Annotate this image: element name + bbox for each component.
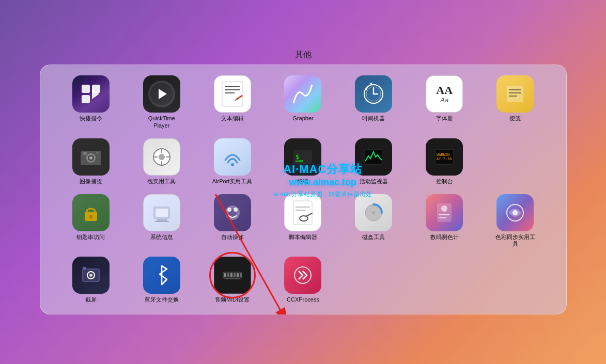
app-item[interactable]: 自动操作 xyxy=(197,194,268,247)
app-item[interactable]: 截屏 xyxy=(56,257,127,303)
main-container: 其他 快捷指令 QuickTime Player 文本编辑 Grapher 时间… xyxy=(40,50,567,314)
app-label: 蓝牙文件交换 xyxy=(145,296,179,303)
app-item[interactable]: 包实用工具 xyxy=(126,138,197,185)
svg-rect-38 xyxy=(87,209,95,214)
app-grid: 快捷指令 QuickTime Player 文本编辑 Grapher 时间机器 … xyxy=(56,75,551,303)
svg-rect-59 xyxy=(439,217,446,218)
svg-rect-72 xyxy=(234,273,236,277)
app-label: Grapher xyxy=(292,115,313,122)
app-item[interactable]: 快捷指令 xyxy=(56,75,127,129)
app-label: 数码测色计 xyxy=(430,234,459,241)
app-item[interactable]: Grapher xyxy=(268,75,338,129)
app-label: 音频MIDI设置 xyxy=(215,296,250,303)
svg-rect-44 xyxy=(154,221,169,222)
app-item[interactable]: 图像捕捉 xyxy=(56,138,127,185)
svg-rect-43 xyxy=(157,219,167,221)
svg-rect-13 xyxy=(507,86,523,102)
app-label: 包实用工具 xyxy=(147,178,176,185)
folder-window: 快捷指令 QuickTime Player 文本编辑 Grapher 时间机器 … xyxy=(40,65,567,314)
app-label: 图像捕捉 xyxy=(80,178,102,185)
app-label: 控制台 xyxy=(436,178,453,185)
svg-rect-58 xyxy=(439,214,449,215)
svg-rect-74 xyxy=(240,273,242,277)
svg-rect-75 xyxy=(225,278,240,279)
svg-rect-21 xyxy=(83,152,87,155)
svg-point-57 xyxy=(441,205,447,212)
app-label: AirPort实用工具 xyxy=(212,178,253,185)
app-label: CCXProcess xyxy=(287,296,319,303)
svg-rect-73 xyxy=(237,273,239,277)
app-item[interactable]: 音频MIDI设置 xyxy=(197,257,268,303)
app-label: 自动操作 xyxy=(221,234,244,241)
app-label: 磁盘工具 xyxy=(362,234,385,241)
svg-rect-71 xyxy=(230,273,232,277)
app-label: 时间机器 xyxy=(362,115,385,122)
app-label: 色彩同步实用工具 xyxy=(494,234,536,247)
page-title: 其他 xyxy=(295,50,312,60)
svg-line-66 xyxy=(162,266,167,269)
app-item[interactable]: $_ 终端 xyxy=(268,138,338,185)
app-item[interactable]: 文本编辑 xyxy=(197,75,268,129)
app-item[interactable]: 数码测色计 xyxy=(409,194,480,247)
app-item[interactable]: AA Aa 字体册 xyxy=(409,75,480,129)
svg-point-24 xyxy=(159,154,165,160)
svg-rect-0 xyxy=(82,85,90,93)
svg-rect-2 xyxy=(82,95,90,103)
app-label: 截屏 xyxy=(85,296,97,303)
app-item[interactable]: 蓝牙文件交换 xyxy=(126,257,197,303)
app-item[interactable]: 色彩同步实用工具 xyxy=(480,194,551,247)
app-item[interactable]: 便笺 xyxy=(480,75,551,129)
svg-point-55 xyxy=(372,211,375,214)
svg-point-64 xyxy=(89,274,92,277)
app-item[interactable]: 脚本编辑器 xyxy=(268,194,338,247)
app-label: 快捷指令 xyxy=(80,115,102,122)
svg-text:WARNIN: WARNIN xyxy=(437,153,449,157)
svg-rect-65 xyxy=(83,267,86,270)
app-item[interactable]: 时间机器 xyxy=(338,75,409,129)
app-item[interactable]: 系统信息 xyxy=(126,194,197,247)
app-label: 字体册 xyxy=(436,115,453,122)
app-item[interactable]: WARNINAY 7:36 控制台 xyxy=(409,138,480,185)
svg-rect-69 xyxy=(224,273,226,277)
app-item[interactable]: QuickTime Player xyxy=(126,75,197,129)
app-label: QuickTime Player xyxy=(141,115,182,129)
app-label: 文本编辑 xyxy=(221,115,244,122)
app-item[interactable]: CCXProcess xyxy=(268,257,338,303)
app-item[interactable]: 钥匙串访问 xyxy=(56,194,127,247)
svg-text:AY 7:36: AY 7:36 xyxy=(437,157,452,161)
svg-rect-42 xyxy=(156,209,168,217)
app-label: 系统信息 xyxy=(150,234,173,241)
app-label: 活动监视器 xyxy=(360,178,388,185)
svg-point-47 xyxy=(227,208,231,212)
svg-rect-70 xyxy=(227,273,229,277)
app-label: 终端 xyxy=(297,178,308,185)
app-item[interactable]: 活动监视器 xyxy=(338,138,409,185)
svg-point-20 xyxy=(89,156,92,160)
app-label: 钥匙串访问 xyxy=(76,234,105,241)
svg-line-67 xyxy=(162,279,167,284)
svg-point-61 xyxy=(512,210,518,215)
app-item[interactable]: 磁盘工具 xyxy=(338,194,409,247)
svg-rect-40 xyxy=(90,217,91,219)
app-label: 便笺 xyxy=(509,115,521,122)
app-item[interactable]: AirPort实用工具 xyxy=(197,138,268,185)
svg-rect-4 xyxy=(222,82,243,106)
svg-point-48 xyxy=(234,208,238,212)
app-label: 脚本编辑器 xyxy=(289,234,317,241)
svg-rect-22 xyxy=(96,152,99,154)
svg-point-29 xyxy=(231,163,234,166)
svg-text:$_: $_ xyxy=(296,153,303,161)
